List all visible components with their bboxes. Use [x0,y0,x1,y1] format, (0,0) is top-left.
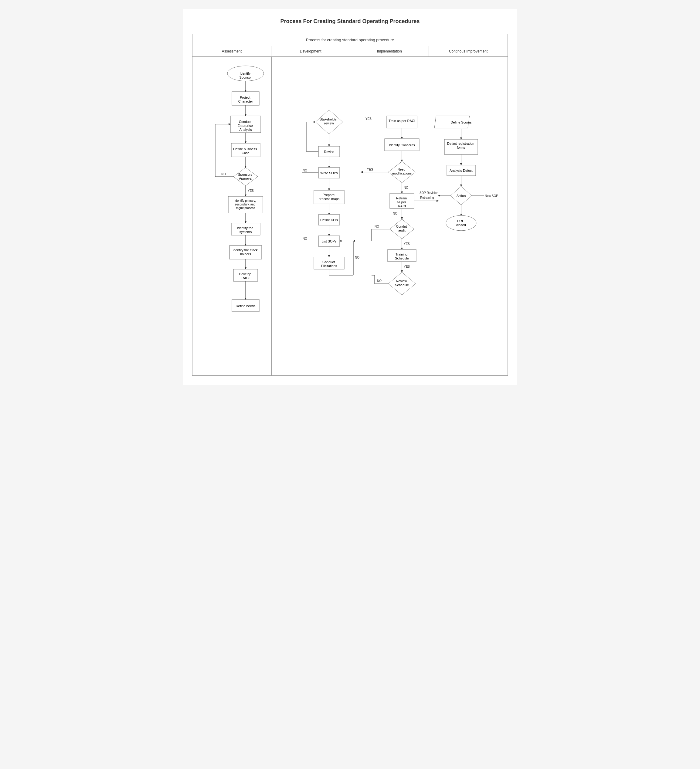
write-sops-label: Write SOPs [320,171,338,175]
prepare-process-label: Prepare process maps [319,193,340,201]
define-needs-label: Define needs [236,304,256,308]
svg-rect-68 [444,139,478,154]
no-label-dev: NO [303,169,307,172]
svg-rect-35 [319,214,340,225]
svg-marker-55 [390,219,414,239]
drf-closed-label: DRF closed [456,219,466,227]
svg-rect-37 [319,236,340,246]
col-assessment: Assessment [193,46,271,56]
page-title: Process For Creating Standard Operating … [192,18,508,24]
svg-point-76 [446,216,476,231]
svg-rect-66 [434,116,470,128]
svg-marker-49 [388,161,415,183]
svg-rect-30 [319,167,340,178]
retraining-label: Retraining [420,196,434,199]
training-schedule-label: Training Schedule [395,253,409,260]
col-implementation: Implementation [350,46,429,56]
identify-systems-label: Identify the systems [237,226,254,234]
define-business-label: Define business Case [233,147,258,155]
identify-concerns-label: Identify Concerns [389,143,415,147]
train-raci-label: Train as per RACI [389,119,415,122]
define-kpis-label: Define KPIs [320,218,338,222]
new-sop-label: New SOP [485,194,498,198]
svg-rect-4 [230,116,261,133]
retrain-raci-label: Retrain as per RACI [396,196,408,208]
review-schedule-label: Review Schedule [395,279,409,287]
yes-label-sched: YES [404,265,410,268]
col-development: Development [271,46,350,56]
yes-label-mod: YES [367,168,373,171]
svg-rect-52 [390,193,414,209]
diagram-header: Process for creating standard operating … [193,34,507,46]
stakeholder-review-label: Stakeholder review [320,117,338,125]
need-mods-label: Need modifications [392,167,412,175]
yes-label-1: YES [248,189,254,192]
yes-label-2: YES [365,117,372,121]
svg-rect-6 [231,143,260,157]
no-label-elicit: NO [355,256,359,259]
svg-rect-60 [388,249,416,262]
page: Process For Creating Standard Operating … [183,9,517,385]
defect-reg-label: Defact registration forms [447,142,475,149]
svg-rect-19 [233,269,258,282]
conduct-elicitations-label: Conduct Elicitations [321,260,337,268]
svg-rect-47 [385,139,419,151]
yes-label-audit: YES [404,242,410,246]
conduct-enterprise-label: Conduct Enterprise Analysis [237,120,253,131]
develop-raci-label: Develop RACI [239,272,252,280]
conduct-audit-label: Condut audit [396,225,408,232]
identify-sponsor-label: Identify Sponsor [240,72,252,79]
svg-marker-22 [315,110,343,134]
col-improvement: Continous Improvement [429,46,507,56]
svg-rect-13 [228,196,263,213]
svg-rect-15 [231,223,260,235]
svg-rect-40 [314,257,344,269]
svg-rect-2 [232,92,259,105]
no-label-audit: NO [375,225,379,228]
identify-primary-label: Identify primary, secondary, and mgmt pr… [234,199,256,210]
svg-rect-25 [319,146,340,157]
svg-marker-8 [233,167,258,186]
svg-rect-33 [314,190,344,204]
project-character-label: Project Character [238,96,253,103]
no-label-1: NO [221,172,226,176]
svg-rect-21 [232,299,259,312]
sponsors-approval-label: Sponsors Approval [238,173,253,180]
no-label-review: NO [377,279,381,283]
no-label-retrain: NO [393,212,397,215]
list-sops-label: List SOPs [322,240,336,243]
diagram-container: Process for creating standard operating … [192,34,508,376]
revise-label: Revise [324,150,334,154]
svg-rect-70 [447,165,476,176]
columns-header: Assessment Development Implementation Co… [193,46,507,57]
analysis-defect-label: Analysis Defect [450,169,473,172]
svg-marker-62 [388,272,415,295]
identify-stakeholders-label: Identify the stack holders [233,248,259,256]
action-label: Action [457,194,466,198]
no-label-mod: NO [404,186,408,189]
svg-rect-45 [387,116,417,128]
no-label-3: NO [303,237,307,240]
svg-point-0 [227,66,264,81]
define-scores-label: Define Scores [451,121,472,124]
svg-rect-17 [230,246,262,259]
svg-marker-72 [451,186,472,205]
